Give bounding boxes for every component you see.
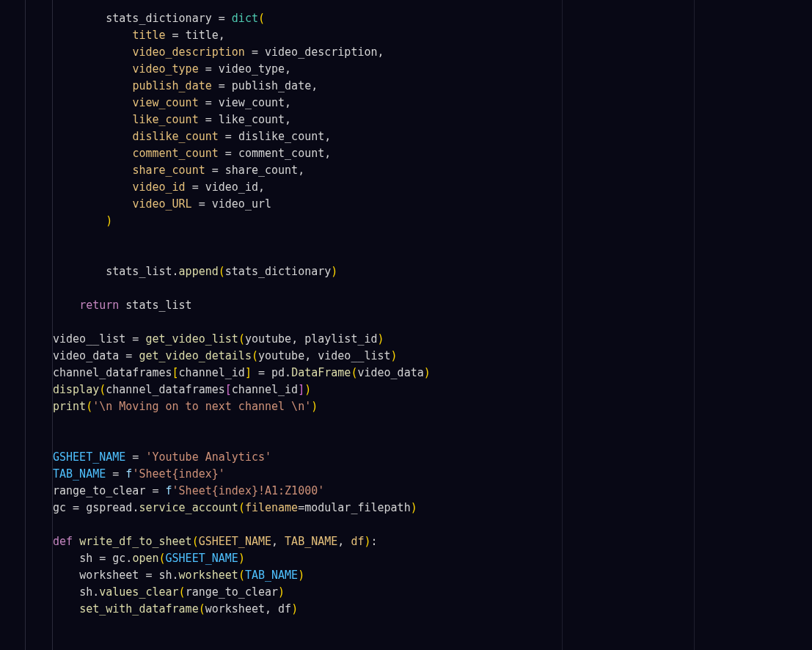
variable: stats_list	[106, 265, 172, 278]
dot: .	[172, 265, 179, 278]
parameter: TAB_NAME	[285, 535, 337, 548]
paren: (	[86, 400, 92, 413]
blank-line[interactable]	[53, 314, 812, 331]
variable: worksheet	[205, 602, 265, 616]
blank-line[interactable]	[53, 415, 812, 432]
code-line[interactable]: title = title,	[53, 27, 812, 44]
keyword-arg: video_id	[132, 180, 185, 194]
variable: gspread	[86, 501, 132, 514]
operator: =	[212, 12, 232, 25]
operator: =	[125, 332, 145, 346]
operator: =	[125, 450, 145, 464]
operator: =	[139, 569, 158, 582]
code-line[interactable]: stats_dictionary = dict(	[53, 10, 812, 27]
paren: )	[311, 400, 318, 413]
comma: ,	[219, 29, 225, 42]
paren: )	[238, 552, 245, 565]
variable: channel_dataframes	[106, 383, 225, 396]
paren: (	[219, 265, 225, 278]
paren: )	[298, 569, 304, 582]
variable: title	[186, 29, 219, 42]
string: 'Youtube Analytics'	[145, 450, 271, 464]
operator: =	[66, 501, 86, 514]
code-line[interactable]: range_to_clear = f'Sheet{index}!A1:Z1000…	[53, 483, 812, 500]
paren: (	[192, 535, 199, 548]
code-line[interactable]: TAB_NAME = f'Sheet{index}'	[53, 466, 812, 483]
code-line[interactable]: set_with_dataframe(worksheet, df)	[53, 601, 812, 618]
f-string-prefix: f	[166, 484, 172, 497]
code-line[interactable]: )	[53, 213, 812, 230]
function-def: write_df_to_sheet	[79, 535, 192, 548]
code-line[interactable]: video__list = get_video_list(youtube, pl…	[53, 331, 812, 348]
variable: channel_id	[232, 383, 298, 396]
code-line[interactable]: def write_df_to_sheet(GSHEET_NAME, TAB_N…	[53, 533, 812, 550]
code-line[interactable]: comment_count = comment_count,	[53, 145, 812, 162]
code-line[interactable]: video_id = video_id,	[53, 179, 812, 196]
variable: video__list	[318, 349, 390, 362]
variable: playlist_id	[304, 332, 377, 346]
variable: video__list	[53, 332, 125, 346]
code-line[interactable]: video_URL = video_url	[53, 196, 812, 213]
code-line[interactable]: sh = gc.open(GSHEET_NAME)	[53, 550, 812, 567]
string: '\n Moving on to next channel \n'	[92, 400, 311, 413]
code-line[interactable]: view_count = view_count,	[53, 95, 812, 112]
code-editor: stats_dictionary = dict( title = title, …	[0, 0, 812, 650]
bracket: [	[172, 366, 179, 379]
comma: ,	[324, 147, 331, 160]
code-line[interactable]: GSHEET_NAME = 'Youtube Analytics'	[53, 449, 812, 466]
keyword: def	[53, 535, 73, 548]
variable: youtube	[258, 349, 304, 362]
bracket: [	[225, 383, 232, 396]
blank-line[interactable]	[53, 280, 812, 297]
function-call: set_with_dataframe	[79, 602, 199, 616]
function-call: get_video_list	[145, 332, 238, 346]
operator: =	[192, 197, 212, 211]
variable: channel_id	[179, 366, 245, 379]
variable: video_data	[357, 366, 423, 379]
keyword-arg: share_count	[132, 164, 205, 177]
blank-line[interactable]	[53, 230, 812, 247]
paren: (	[159, 552, 166, 565]
variable: gc	[112, 552, 125, 565]
code-line[interactable]: share_count = share_count,	[53, 162, 812, 179]
code-line[interactable]: dislike_count = dislike_count,	[53, 128, 812, 145]
code-line[interactable]: stats_list.append(stats_dictionary)	[53, 263, 812, 280]
code-area[interactable]: stats_dictionary = dict( title = title, …	[53, 0, 812, 650]
blank-line[interactable]	[53, 432, 812, 449]
code-line[interactable]: channel_dataframes[channel_id] = pd.Data…	[53, 365, 812, 381]
code-line[interactable]: print('\n Moving on to next channel \n')	[53, 398, 812, 415]
code-line[interactable]: video_data = get_video_details(youtube, …	[53, 348, 812, 365]
paren: )	[106, 214, 112, 227]
comma: ,	[311, 79, 318, 92]
paren: (	[238, 332, 245, 346]
method: open	[132, 552, 158, 565]
paren: (	[258, 12, 265, 25]
code-line[interactable]: sh.values_clear(range_to_clear)	[53, 584, 812, 601]
variable: gc	[53, 501, 66, 514]
code-line[interactable]: gc = gspread.service_account(filename=mo…	[53, 500, 812, 516]
keyword-arg: publish_date	[132, 79, 211, 92]
code-line[interactable]: display(channel_dataframes[channel_id])	[53, 381, 812, 398]
dot: .	[285, 366, 291, 379]
blank-line[interactable]	[53, 516, 812, 533]
code-line[interactable]: video_description = video_description,	[53, 44, 812, 61]
keyword-arg: video_URL	[132, 197, 191, 211]
method: append	[179, 265, 219, 278]
variable: video_url	[212, 197, 271, 211]
operator: =	[199, 96, 219, 109]
blank-line[interactable]	[53, 247, 812, 263]
code-line[interactable]: return stats_list	[53, 297, 812, 314]
paren: )	[331, 265, 337, 278]
variable: publish_date	[232, 79, 311, 92]
keyword-arg: video_description	[132, 45, 245, 59]
keyword-arg: comment_count	[132, 147, 218, 160]
builtin: dict	[232, 12, 258, 25]
function-call: display	[53, 383, 99, 396]
function-call: get_video_details	[139, 349, 252, 362]
constant: GSHEET_NAME	[53, 450, 125, 464]
code-line[interactable]: publish_date = publish_date,	[53, 78, 812, 95]
code-line[interactable]: video_type = video_type,	[53, 61, 812, 78]
code-line[interactable]: like_count = like_count,	[53, 112, 812, 128]
operator: =	[119, 349, 139, 362]
code-line[interactable]: worksheet = sh.worksheet(TAB_NAME)	[53, 567, 812, 584]
